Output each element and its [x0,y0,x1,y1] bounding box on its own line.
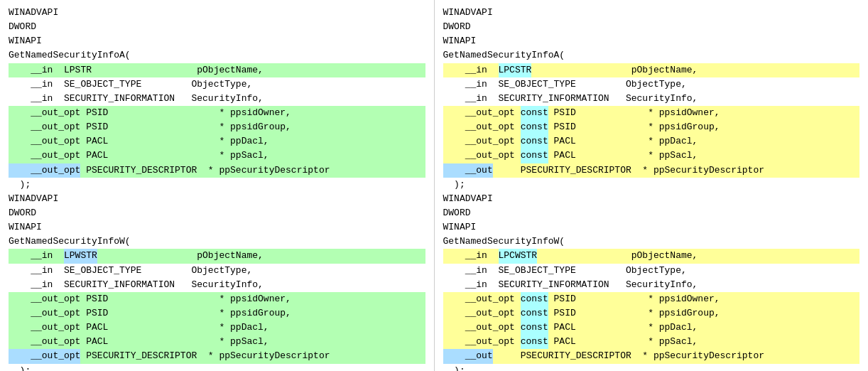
line: WINAPI [443,34,860,48]
line: __out_opt PSID * ppsidGroup, [9,120,425,134]
line: DWORD [443,20,860,34]
line: __out PSECURITY_DESCRIPTOR * ppSecurityD… [443,163,860,178]
line: __in SECURITY_INFORMATION SecurityInfo, [9,92,425,106]
line: __out_opt const PACL * ppDacl, [443,321,860,335]
line: __out_opt PSECURITY_DESCRIPTOR * ppSecur… [9,163,425,178]
line: __in LPSTR pObjectName, [9,63,425,77]
line: __in SECURITY_INFORMATION SecurityInfo, [443,92,860,106]
line: __out_opt const PSID * ppsidOwner, [443,292,860,306]
line: WINADVAPI [443,6,860,20]
line: WINAPI [443,220,860,235]
line: GetNamedSecurityInfoW( [9,235,425,249]
line: __in SE_OBJECT_TYPE ObjectType, [443,264,860,278]
line: ); [443,178,860,192]
line: __out_opt const PSID * ppsidGroup, [443,120,860,134]
line: __out_opt const PSID * ppsidOwner, [443,106,860,120]
line: __out_opt PACL * ppSacl, [9,149,425,163]
line: DWORD [443,206,860,220]
line: __out_opt PACL * ppDacl, [9,321,425,335]
line: __out_opt PACL * ppDacl, [9,134,425,149]
line: __out_opt const PACL * ppDacl, [443,134,860,149]
line: WINADVAPI [443,192,860,206]
line: __in SE_OBJECT_TYPE ObjectType, [9,77,425,92]
line: __in SE_OBJECT_TYPE ObjectType, [443,77,860,92]
line: __in SECURITY_INFORMATION SecurityInfo, [9,278,425,292]
line: __in SE_OBJECT_TYPE ObjectType, [9,264,425,278]
line: __in LPCSTR pObjectName, [443,63,860,77]
line: __out_opt const PSID * ppsidGroup, [443,306,860,321]
line: GetNamedSecurityInfoW( [443,235,860,249]
line: __out_opt PSID * ppsidOwner, [9,106,425,120]
line: WINAPI [9,34,425,48]
line: __out_opt const PACL * ppSacl, [443,335,860,349]
line: WINADVAPI [9,6,425,20]
line: __in LPCWSTR pObjectName, [443,249,860,263]
line: WINADVAPI [9,192,425,206]
line: __out_opt PSID * ppsidGroup, [9,306,425,321]
line: ); [443,364,860,371]
line: __out_opt PSID * ppsidOwner, [9,292,425,306]
right-panel: WINADVAPI DWORD WINAPI GetNamedSecurityI… [435,0,869,371]
line: __out_opt PACL * ppSacl, [9,335,425,349]
line: ); [9,178,425,192]
line: __in LPWSTR pObjectName, [9,249,425,263]
line: GetNamedSecurityInfoA( [9,48,425,63]
line: WINAPI [9,220,425,235]
line: __out_opt const PACL * ppSacl, [443,149,860,163]
line: DWORD [9,20,425,34]
line: ); [9,364,425,371]
line: GetNamedSecurityInfoA( [443,48,860,63]
line: __out PSECURITY_DESCRIPTOR * ppSecurityD… [443,349,860,363]
line: __out_opt PSECURITY_DESCRIPTOR * ppSecur… [9,349,425,363]
line: __in SECURITY_INFORMATION SecurityInfo, [443,278,860,292]
line: DWORD [9,206,425,220]
left-panel: WINADVAPI DWORD WINAPI GetNamedSecurityI… [0,0,435,371]
